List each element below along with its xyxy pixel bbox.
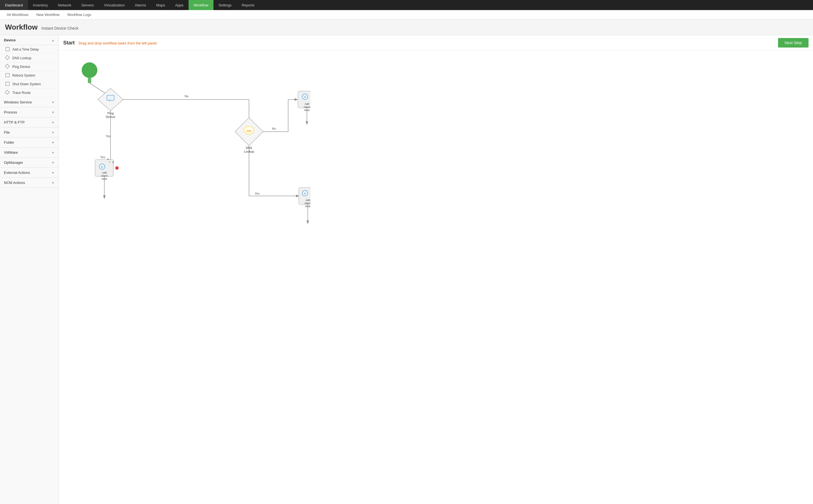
- diamond-icon: [5, 55, 10, 60]
- canvas-area: Start Drag and drop workflow tasks from …: [59, 35, 813, 504]
- top-nav: DashboardInventoryNetworkServersVirtuali…: [0, 0, 813, 10]
- chevron-down-icon: ▼: [51, 181, 55, 184]
- sidebar-item-shut-down-system[interactable]: Shut Down System: [0, 80, 58, 89]
- no-label-dns: No: [272, 127, 276, 130]
- top-nav-item-inventory[interactable]: Inventory: [28, 0, 53, 10]
- canvas-toolbar: Start Drag and drop workflow tasks from …: [59, 35, 813, 51]
- edge-dns-no: [263, 100, 298, 132]
- sub-nav-item-all-workflows[interactable]: All Workflows: [3, 10, 32, 20]
- sidebar-section-label: OpManager: [4, 160, 23, 165]
- chevron-down-icon: ▼: [51, 101, 55, 104]
- top-nav-item-maps[interactable]: Maps: [151, 0, 170, 10]
- sub-nav-item-new-workflow[interactable]: New Workflow: [32, 10, 63, 20]
- edge-ping-no-dns: [123, 100, 249, 126]
- sidebar-section-file[interactable]: File▼: [0, 127, 58, 138]
- workflow-svg: Ping Device Yes No DNS DNS Lookup No: [59, 51, 311, 260]
- sidebar-section-folder[interactable]: Folder▼: [0, 138, 58, 148]
- ping-icon-screen: [107, 95, 114, 100]
- page-subtitle: Instant Device Check: [41, 26, 78, 30]
- dns-icon-text: DNS: [247, 130, 252, 132]
- square-icon: [6, 82, 10, 86]
- sidebar-item-trace-route[interactable]: Trace Route: [0, 89, 58, 97]
- sidebar-section-device[interactable]: Device▲: [0, 35, 58, 45]
- top-nav-item-alarms[interactable]: Alarms: [130, 0, 151, 10]
- yes-label-dns: Yes: [255, 192, 260, 195]
- sidebar-section-windows-service[interactable]: Windows Service▼: [0, 97, 58, 107]
- sidebar-section-process[interactable]: Process▼: [0, 107, 58, 117]
- chevron-up-icon: ▲: [51, 39, 55, 42]
- top-nav-item-workflow[interactable]: Workflow: [188, 0, 214, 10]
- canvas-hint: Drag and drop workflow tasks from the le…: [79, 41, 158, 45]
- sidebar-section-http-&-ftp[interactable]: HTTP & FTP▼: [0, 117, 58, 127]
- chevron-down-icon: ▼: [51, 171, 55, 174]
- no-label-ping: No: [184, 94, 188, 98]
- sidebar-section-ncm-actions[interactable]: NCM Actions▼: [0, 178, 58, 188]
- sub-nav: All WorkflowsNew WorkflowWorkflow Logs: [0, 10, 813, 20]
- page-title: Workflow: [5, 23, 38, 31]
- sidebar-section-label: HTTP & FTP: [4, 120, 25, 124]
- red-dot-left: [115, 166, 119, 170]
- next-step-button[interactable]: Next Step: [778, 38, 809, 48]
- sidebar-section-opmanager[interactable]: OpManager▼: [0, 158, 58, 168]
- sidebar-section-external-actions[interactable]: External Actions▼: [0, 168, 58, 178]
- alarm-icon-clock-top: ⊕: [304, 96, 306, 98]
- top-nav-item-settings[interactable]: Settings: [214, 0, 237, 10]
- top-nav-item-network[interactable]: Network: [53, 0, 76, 10]
- sidebar-section-label: Folder: [4, 140, 14, 145]
- chevron-down-icon: ▼: [51, 121, 55, 124]
- alarm-icon-clock-left: ⊕: [101, 165, 103, 168]
- top-nav-item-dashboard[interactable]: Dashboard: [0, 0, 28, 10]
- sidebar-item-label: Shut Down System: [12, 82, 41, 86]
- sidebar-item-ping-device[interactable]: Ping Device: [0, 63, 58, 71]
- chevron-down-icon: ▼: [51, 131, 55, 134]
- sidebar: Device▲Add a Time DelayDNS LookupPing De…: [0, 35, 59, 504]
- chevron-down-icon: ▼: [51, 141, 55, 144]
- start-label: Start: [63, 40, 75, 46]
- chevron-down-icon: ▼: [51, 111, 55, 114]
- sidebar-item-label: Add a Time Delay: [12, 48, 39, 51]
- edit-icon-left[interactable]: ✎: [108, 161, 111, 164]
- chevron-down-icon: ▼: [51, 151, 55, 154]
- sidebar-section-vmware[interactable]: VMWare▼: [0, 148, 58, 158]
- start-connector: [88, 78, 91, 83]
- sidebar-section-label: File: [4, 130, 10, 134]
- sub-nav-item-workflow-logs[interactable]: Workflow Logs: [63, 10, 95, 20]
- alarm-note-mid-label1: Add: [306, 199, 310, 202]
- delete-icon-left[interactable]: 🗑: [112, 161, 114, 164]
- sidebar-item-dns-lookup[interactable]: DNS Lookup: [0, 54, 58, 63]
- alarm-note-left-label1: Add: [102, 171, 107, 174]
- workflow-canvas: Ping Device Yes No DNS DNS Lookup No: [59, 51, 813, 504]
- diamond-icon: [5, 64, 10, 69]
- alarm-icon-clock-mid: ⊕: [304, 192, 306, 195]
- sidebar-section-label: Windows Service: [4, 100, 32, 104]
- page-header: Workflow Instant Device Check: [0, 20, 813, 35]
- top-nav-item-virtualization[interactable]: Virtualization: [99, 0, 130, 10]
- sidebar-item-label: Ping Device: [12, 65, 30, 69]
- sidebar-section-label: NCM Actions: [4, 181, 25, 185]
- top-nav-item-apps[interactable]: Apps: [170, 0, 188, 10]
- alarm-note-top-label1: Add: [305, 103, 309, 105]
- top-nav-item-reports[interactable]: Reports: [237, 0, 260, 10]
- square-icon: [6, 47, 10, 51]
- sidebar-section-label: External Actions: [4, 171, 30, 175]
- alarm-note-mid-label2: Alarm: [304, 202, 311, 205]
- diamond-icon: [5, 90, 10, 95]
- chevron-down-icon: ▼: [51, 161, 55, 164]
- start-node: [82, 62, 97, 78]
- sidebar-item-label: Trace Route: [12, 91, 31, 95]
- sidebar-item-add-a-time-delay[interactable]: Add a Time Delay: [0, 45, 58, 54]
- sidebar-item-reboot-system[interactable]: Reboot System: [0, 71, 58, 80]
- sidebar-item-label: Reboot System: [12, 74, 35, 77]
- edge-dns-yes: [249, 146, 299, 196]
- yes-label-above-left: Yes: [100, 155, 105, 159]
- sidebar-section-label: Device: [4, 38, 16, 42]
- sidebar-section-label: Process: [4, 110, 17, 114]
- square-icon: [6, 73, 10, 77]
- canvas-header-left: Start Drag and drop workflow tasks from …: [63, 40, 157, 46]
- top-nav-item-servers[interactable]: Servers: [76, 0, 99, 10]
- main-layout: Device▲Add a Time DelayDNS LookupPing De…: [0, 35, 813, 504]
- yes-label-ping: Yes: [106, 134, 111, 138]
- sidebar-section-label: VMWare: [4, 150, 18, 155]
- sidebar-item-label: DNS Lookup: [12, 56, 31, 60]
